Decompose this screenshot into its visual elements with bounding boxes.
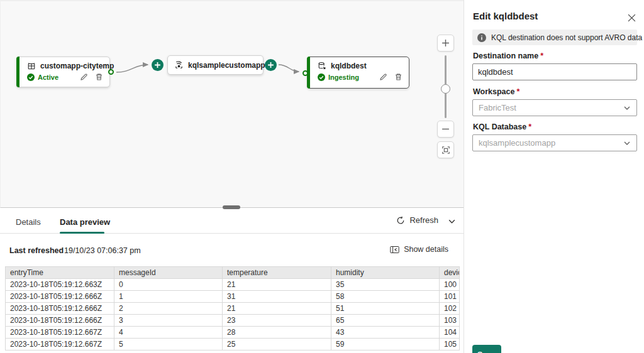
cell: 2 bbox=[114, 303, 223, 315]
table-header-row: entryTime messageId temperature humidity… bbox=[6, 267, 460, 279]
cell: 59 bbox=[331, 339, 440, 350]
cell: 4 bbox=[114, 327, 223, 339]
workspace-selected-value: FabricTest bbox=[479, 103, 516, 112]
cell: 25 bbox=[223, 339, 331, 350]
last-refreshed-label: Last refreshed bbox=[9, 246, 64, 255]
tab-details[interactable]: Details bbox=[16, 217, 41, 227]
status-check-icon bbox=[318, 73, 325, 81]
cell: 3 bbox=[114, 315, 223, 327]
destination-name-label: Destination name* bbox=[473, 52, 543, 60]
pipeline-canvas[interactable]: customapp-citytemp Active bbox=[0, 0, 464, 208]
column-header: entryTime bbox=[6, 267, 114, 279]
node-title: kqldbdest bbox=[331, 62, 367, 70]
kql-database-icon bbox=[318, 62, 326, 70]
table-row: 2023-10-18T05:19:12.667Z42843104 bbox=[6, 327, 460, 339]
custom-app-icon bbox=[27, 62, 36, 70]
close-icon[interactable] bbox=[625, 11, 638, 24]
status-check-icon bbox=[27, 73, 35, 81]
refresh-label: Refresh bbox=[409, 215, 438, 225]
add-destination-button[interactable] bbox=[265, 59, 277, 71]
cell: 104 bbox=[440, 327, 460, 339]
cell: 2023-10-18T05:19:12.666Z bbox=[6, 303, 114, 315]
input-port[interactable] bbox=[303, 70, 308, 76]
active-tab-indicator bbox=[60, 232, 104, 234]
show-details-button[interactable]: Show details bbox=[390, 245, 448, 254]
panel-title: Edit kqldbdest bbox=[473, 11, 538, 21]
tab-data-preview[interactable]: Data preview bbox=[60, 217, 110, 227]
output-port[interactable] bbox=[108, 69, 114, 75]
refresh-button[interactable]: Refresh bbox=[396, 215, 438, 225]
cell: 2023-10-18T05:19:12.666Z bbox=[6, 291, 114, 303]
cell: 2023-10-18T05:19:12.667Z bbox=[6, 339, 114, 350]
zoom-out-button[interactable] bbox=[437, 121, 454, 138]
node-status: Active bbox=[38, 73, 58, 81]
edit-node-icon[interactable] bbox=[80, 73, 88, 81]
delete-node-icon[interactable] bbox=[95, 73, 103, 81]
cell: 2023-10-18T05:19:12.663Z bbox=[6, 279, 114, 291]
save-button[interactable]: Save bbox=[472, 345, 501, 353]
cell: 51 bbox=[331, 303, 440, 315]
fit-to-screen-button[interactable] bbox=[437, 141, 454, 158]
delete-node-icon[interactable] bbox=[394, 73, 402, 81]
cell: 35 bbox=[331, 279, 440, 291]
node-destination[interactable]: kqldbdest Ingesting bbox=[307, 57, 409, 89]
column-header: humidity bbox=[331, 267, 440, 279]
cell: 5 bbox=[114, 339, 223, 350]
table-row: 2023-10-18T05:19:12.663Z02135100 bbox=[6, 279, 460, 291]
zoom-slider-knob[interactable] bbox=[441, 84, 450, 94]
node-title: kqlsamplecustomapp-... bbox=[188, 61, 274, 70]
chevron-down-icon bbox=[623, 139, 631, 147]
table-row: 2023-10-18T05:19:12.666Z22151102 bbox=[6, 303, 460, 315]
info-icon bbox=[477, 33, 486, 42]
cell: 102 bbox=[440, 303, 460, 315]
bottom-tab-bar: Details Data preview Refresh bbox=[0, 209, 464, 234]
node-status-bar bbox=[16, 57, 19, 87]
connector-arrows bbox=[1, 1, 464, 209]
cell: 101 bbox=[440, 291, 460, 303]
kql-database-selected-value: kqlsamplecustomapp bbox=[479, 138, 555, 148]
show-details-panel-icon bbox=[390, 246, 399, 254]
cell: 103 bbox=[440, 315, 460, 327]
zoom-in-button[interactable] bbox=[437, 35, 454, 52]
cell: 58 bbox=[331, 291, 440, 303]
data-preview-table: entryTime messageId temperature humidity… bbox=[5, 266, 460, 350]
cell: 43 bbox=[331, 327, 440, 339]
panel-resize-handle[interactable] bbox=[223, 205, 240, 209]
info-banner: KQL destination does not support AVRO da… bbox=[472, 30, 637, 45]
cell: 1 bbox=[114, 291, 223, 303]
eventstream-icon bbox=[174, 60, 184, 70]
cell: 28 bbox=[223, 327, 331, 339]
node-title: customapp-citytemp bbox=[40, 62, 114, 70]
node-status: Ingesting bbox=[328, 73, 359, 81]
cell: 2023-10-18T05:19:12.667Z bbox=[6, 327, 114, 339]
cell: 2023-10-18T05:19:12.666Z bbox=[6, 315, 114, 327]
table-row: 2023-10-18T05:19:12.666Z32365103 bbox=[6, 315, 460, 327]
kql-database-select[interactable]: kqlsamplecustomapp bbox=[472, 134, 637, 151]
table-row: 2023-10-18T05:19:12.666Z13158101 bbox=[6, 291, 460, 303]
cell: 31 bbox=[223, 291, 331, 303]
last-refreshed-value: 19/10/23 07:06:37 pm bbox=[64, 246, 141, 255]
table-row: 2023-10-18T05:19:12.667Z52559105 bbox=[6, 339, 460, 350]
add-operation-button[interactable] bbox=[152, 59, 164, 71]
destination-name-input[interactable] bbox=[472, 63, 637, 80]
kql-database-label: KQL Database* bbox=[473, 122, 531, 131]
cell: 0 bbox=[114, 279, 223, 291]
column-header: deviceId bbox=[440, 267, 460, 279]
column-header: messageId bbox=[114, 267, 223, 279]
cell: 105 bbox=[440, 339, 460, 350]
workspace-select[interactable]: FabricTest bbox=[472, 99, 637, 116]
column-header: temperature bbox=[223, 267, 331, 279]
refresh-icon bbox=[396, 216, 405, 225]
preview-info-row: Last refreshed 19/10/23 07:06:37 pm Show… bbox=[0, 240, 464, 261]
cell: 23 bbox=[223, 315, 331, 327]
edit-node-icon[interactable] bbox=[379, 73, 387, 81]
chevron-down-icon bbox=[623, 104, 631, 112]
workspace-label: Workspace* bbox=[473, 87, 519, 96]
node-eventstream[interactable]: kqlsamplecustomapp-... bbox=[167, 55, 264, 75]
banner-text: KQL destination does not support AVRO da… bbox=[491, 33, 642, 42]
cell: 21 bbox=[223, 279, 331, 291]
eventstream-editor: customapp-citytemp Active bbox=[0, 0, 644, 353]
refresh-options-chevron-icon[interactable] bbox=[448, 217, 456, 225]
node-source[interactable]: customapp-citytemp Active bbox=[16, 57, 110, 87]
edit-destination-panel: Edit kqldbdest KQL destination does not … bbox=[464, 0, 644, 353]
